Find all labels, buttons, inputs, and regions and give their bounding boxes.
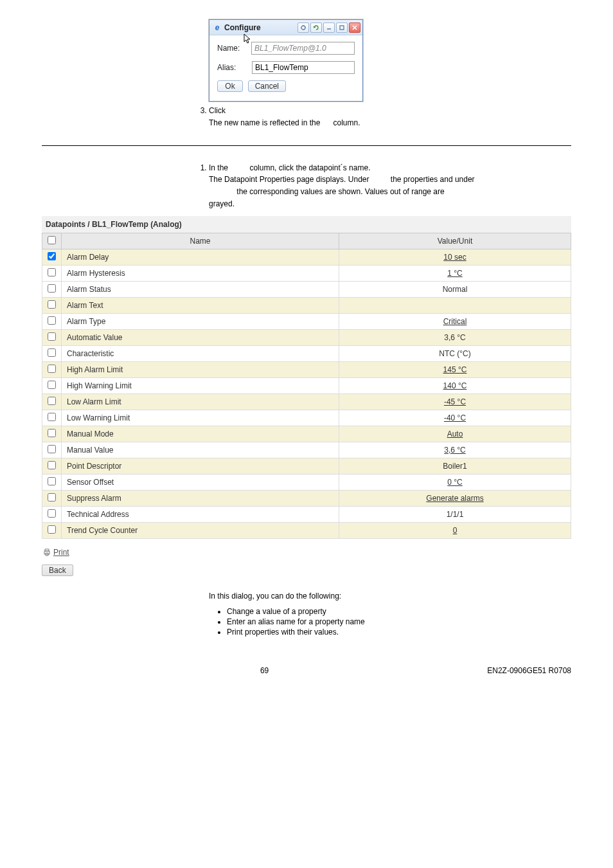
row-name: Low Alarm Limit [62,393,339,410]
print-icon [43,548,51,556]
row-checkbox[interactable] [48,413,56,421]
table-row: Low Alarm Limit-45 °C [42,393,571,410]
row-checkbox[interactable] [48,429,56,437]
row-value[interactable]: 1 °C [339,265,571,281]
table-row: Automatic Value3,6 °C [42,329,571,345]
step-1: In the column, click the datapoint´s nam… [209,163,571,210]
row-value: 1/1/1 [339,506,571,522]
value-link[interactable]: 10 sec [443,253,466,262]
row-checkbox[interactable] [48,509,56,518]
table-row: Point DescriptorBoiler1 [42,458,571,474]
row-value: NTC (°C) [339,345,571,361]
row-value: 3,6 °C [339,329,571,345]
row-name: Alarm Delay [62,249,339,265]
row-value [339,297,571,313]
header-value: Value/Unit [339,233,571,249]
row-name: High Alarm Limit [62,361,339,377]
header-name: Name [62,233,339,249]
row-checkbox[interactable] [48,445,56,453]
row-checkbox[interactable] [48,381,56,389]
table-row: CharacteristicNTC (°C) [42,345,571,361]
datapoints-title: Datapoints / BL1_FlowTemp (Analog) [42,216,571,233]
configure-window: e Configure [209,19,363,102]
maximize-icon[interactable] [336,23,348,33]
table-row: Manual ModeAuto [42,426,571,442]
row-name: Sensor Offset [62,474,339,490]
row-checkbox[interactable] [48,268,56,276]
table-row: Sensor Offset0 °C [42,474,571,490]
print-link[interactable]: Print [43,548,69,557]
row-checkbox[interactable] [48,365,56,373]
table-row: Low Warning Limit-40 °C [42,410,571,426]
value-link[interactable]: Critical [443,317,467,326]
row-name: Alarm Status [62,281,339,297]
row-value[interactable]: 10 sec [339,249,571,265]
close-icon[interactable] [349,23,360,33]
cancel-button[interactable]: Cancel [248,80,286,92]
row-value[interactable]: Auto [339,426,571,442]
row-checkbox[interactable] [48,332,56,341]
row-value[interactable]: 140 °C [339,377,571,393]
bullet-2: Enter an alias name for a property name [227,617,571,626]
name-field [251,42,355,55]
value-link[interactable]: -40 °C [444,413,466,422]
row-name: Manual Mode [62,426,339,442]
table-row: Alarm Text [42,297,571,313]
refresh-icon[interactable] [310,23,322,33]
row-value[interactable]: 3,6 °C [339,442,571,458]
value-link[interactable]: 0 °C [447,478,462,487]
row-value[interactable]: -45 °C [339,393,571,410]
row-checkbox[interactable] [48,397,56,405]
row-name: Automatic Value [62,329,339,345]
row-checkbox[interactable] [48,493,56,502]
row-name: Alarm Hysteresis [62,265,339,281]
datapoints-table: Name Value/Unit Alarm Delay10 secAlarm H… [42,233,571,539]
row-name: Low Warning Limit [62,410,339,426]
row-checkbox[interactable] [48,284,56,293]
row-value[interactable]: Critical [339,313,571,329]
ie-icon: e [213,23,222,32]
table-row: Trend Cycle Counter0 [42,522,571,538]
row-checkbox[interactable] [48,525,56,534]
row-name: Alarm Text [62,297,339,313]
ok-button[interactable]: Ok [217,80,243,92]
value-link[interactable]: 0 [453,526,458,535]
row-value[interactable]: 145 °C [339,361,571,377]
lower-intro: In this dialog, you can do the following… [209,592,571,601]
settings-icon[interactable] [298,23,309,33]
value-link[interactable]: 145 °C [443,365,467,374]
row-value[interactable]: 0 [339,522,571,538]
value-link[interactable]: 140 °C [443,381,467,390]
value-link[interactable]: -45 °C [444,397,466,406]
header-checkbox[interactable] [42,233,62,249]
row-checkbox[interactable] [48,477,56,485]
row-name: Point Descriptor [62,458,339,474]
row-checkbox[interactable] [48,348,56,357]
row-name: High Warning Limit [62,377,339,393]
table-row: Suppress AlarmGenerate alarms [42,490,571,506]
row-name: Alarm Type [62,313,339,329]
table-row: High Warning Limit140 °C [42,377,571,393]
back-button[interactable]: Back [42,565,73,576]
table-row: Technical Address1/1/1 [42,506,571,522]
row-value[interactable]: Generate alarms [339,490,571,506]
row-checkbox[interactable] [48,461,56,469]
value-link[interactable]: Auto [447,429,463,439]
alias-label: Alias: [217,63,252,72]
row-checkbox[interactable] [48,316,56,325]
alias-field[interactable] [252,61,355,74]
row-value[interactable]: 0 °C [339,474,571,490]
value-link[interactable]: 3,6 °C [444,446,465,455]
row-checkbox[interactable] [48,300,56,309]
cursor-icon [243,33,252,44]
row-value[interactable]: -40 °C [339,410,571,426]
page-number: 69 [260,666,269,675]
value-link[interactable]: Generate alarms [426,494,483,503]
table-row: Alarm Delay10 sec [42,249,571,265]
row-value: Boiler1 [339,458,571,474]
row-checkbox[interactable] [48,252,56,260]
minimize-icon[interactable] [323,23,335,33]
value-link[interactable]: 1 °C [447,269,462,278]
row-name: Suppress Alarm [62,490,339,506]
table-row: Manual Value3,6 °C [42,442,571,458]
